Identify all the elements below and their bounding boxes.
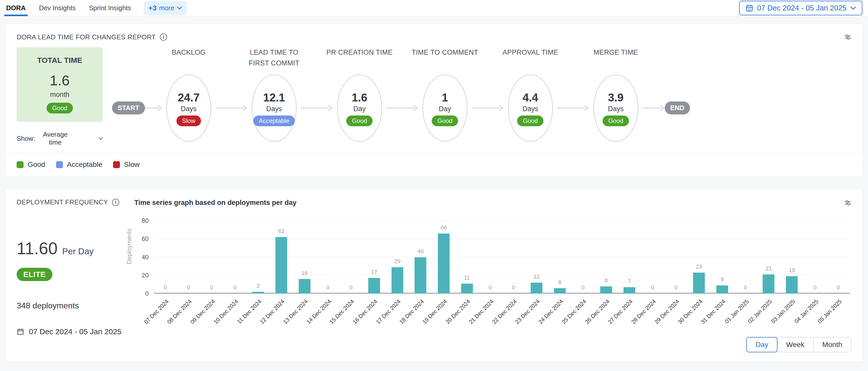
deployment-rate-value: 11.60 — [17, 239, 58, 258]
bar-slot: 4018 Dec 2024 — [409, 221, 432, 294]
flow-arrow-icon — [557, 104, 589, 112]
bar-value-label: 66 — [441, 224, 447, 231]
stage-unit: Day — [439, 105, 451, 113]
stage-label: LEAD TIME TO FIRST COMMIT — [240, 47, 308, 74]
stage-unit: Days — [523, 105, 538, 113]
stage-label: PR CREATION TIME — [326, 47, 393, 74]
bar-slot: 025 Dec 2024 — [571, 221, 595, 294]
deployment-bar — [252, 292, 264, 294]
show-mode-value: Average time — [40, 131, 70, 146]
deployment-card-title: DEPLOYMENT FREQUENCY — [17, 198, 134, 206]
bar-value-label: 8 — [604, 277, 608, 284]
total-time-panel: TOTAL TIME 1.6 month Good Show: Average … — [17, 47, 103, 146]
bar-slot: 029 Dec 2024 — [664, 221, 687, 294]
bar-value-label: 11 — [464, 274, 470, 281]
bar-slot: 2330 Dec 2024 — [687, 221, 711, 294]
bar-slots: 007 Dec 2024008 Dec 2024009 Dec 2024010 … — [154, 221, 850, 294]
bar-value-label: 62 — [278, 228, 284, 235]
stage-node: 4.4DaysGood — [508, 74, 553, 142]
stage-unit: Day — [353, 105, 366, 113]
bar-value-label: 21 — [766, 265, 772, 272]
date-range-label: 07 Dec 2024 - 05 Jan 2025 — [757, 4, 846, 12]
bar-slot: 826 Dec 2024 — [595, 221, 618, 294]
date-range-picker[interactable]: 07 Dec 2024 - 05 Jan 2025 — [739, 1, 862, 15]
bar-slot: 6212 Dec 2024 — [270, 221, 293, 294]
bar-value-label: 0 — [837, 284, 840, 291]
bar-value-label: 40 — [417, 248, 424, 255]
flow-arrow-icon — [472, 104, 503, 112]
lead-time-flow: STARTBACKLOG24.7DaysSlowLEAD TIME TO FIR… — [103, 47, 851, 146]
flow-arrow-icon — [301, 104, 333, 112]
bar-value-label: 0 — [489, 284, 492, 291]
bar-slot: 1120 Dec 2024 — [456, 221, 479, 294]
y-axis-tick: 20 — [142, 272, 149, 279]
bar-slot: 005 Jan 2025 — [827, 221, 850, 294]
stage-value: 3.9 — [608, 92, 623, 104]
deployment-bar — [716, 285, 728, 294]
more-tabs-button[interactable]: +3 more — [144, 1, 186, 15]
bar-value-label: 0 — [813, 284, 816, 291]
deployment-bar — [299, 279, 310, 294]
stage-label: BACKLOG — [155, 47, 222, 74]
granularity-week-button[interactable]: Week — [777, 337, 813, 352]
granularity-month-button[interactable]: Month — [813, 337, 851, 352]
deployment-bar — [392, 267, 403, 294]
legend-label: Slow — [124, 161, 140, 169]
deployment-bar — [623, 287, 635, 294]
bar-chart-plot: 020406080007 Dec 2024008 Dec 2024009 Dec… — [154, 221, 850, 294]
y-axis-tick: 60 — [142, 235, 149, 242]
bar-slot: 009 Dec 2024 — [200, 221, 223, 294]
dashboard-body: DORA LEAD TIME FOR CHANGES REPORT TOTAL … — [0, 16, 868, 368]
chart-settings-button[interactable] — [843, 198, 852, 207]
bar-value-label: 0 — [349, 284, 352, 291]
stage-label: TIME TO COMMENT — [411, 47, 479, 74]
granularity-day-button[interactable]: Day — [746, 337, 777, 352]
flow-stage: MERGE TIME3.9DaysGood — [589, 47, 643, 142]
y-axis-tick: 80 — [142, 217, 149, 224]
bar-slot: 022 Dec 2024 — [502, 221, 525, 294]
status-badge: Slow — [177, 115, 201, 126]
show-mode-dropdown[interactable]: Average time — [40, 131, 103, 146]
show-selector-row: Show: Average time — [17, 131, 103, 146]
bar-slot: 021 Dec 2024 — [478, 221, 502, 294]
stage-node: 12.1DaysAcceptable — [252, 74, 297, 142]
legend-label: Good — [28, 161, 45, 169]
tier-badge: ELITE — [17, 268, 53, 281]
info-icon[interactable] — [112, 199, 119, 206]
deployment-bar — [600, 286, 612, 294]
status-badge: Acceptable — [253, 115, 295, 126]
calendar-icon — [745, 4, 753, 12]
bar-slot: 211 Dec 2024 — [247, 221, 270, 294]
chart-settings-button[interactable] — [843, 32, 852, 42]
lead-time-card-title: DORA LEAD TIME FOR CHANGES REPORT — [17, 33, 167, 41]
dashboard-tabs: DORA Dev Insights Sprint Insights +3 mor… — [6, 0, 187, 16]
bar-slot: 1223 Dec 2024 — [525, 221, 548, 294]
stage-node: 24.7DaysSlow — [166, 74, 211, 142]
flow-stage: LEAD TIME TO FIRST COMMIT12.1DaysAccepta… — [247, 47, 301, 142]
flow-arrow-icon — [643, 104, 665, 112]
granularity-toggle: DayWeekMonth — [746, 337, 851, 352]
status-badge: Good — [46, 103, 73, 113]
tab-sprint-insights[interactable]: Sprint Insights — [89, 0, 132, 16]
info-icon[interactable] — [160, 33, 167, 41]
bar-value-label: 0 — [674, 284, 677, 291]
bar-slot: 014 Dec 2024 — [316, 221, 339, 294]
legend-swatch — [56, 161, 63, 168]
flow-stage: APPROVAL TIME4.4DaysGood — [503, 47, 557, 142]
bar-value-label: 0 — [744, 284, 747, 291]
bar-value-label: 9 — [721, 276, 724, 283]
stage-value: 4.4 — [523, 92, 538, 104]
tab-dora[interactable]: DORA — [6, 0, 26, 16]
flow-arrow-icon — [216, 104, 247, 112]
legend-item: Slow — [113, 161, 140, 169]
lead-time-title-text: DORA LEAD TIME FOR CHANGES REPORT — [17, 33, 156, 41]
tab-dev-insights[interactable]: Dev Insights — [39, 0, 76, 16]
deployment-stats-panel: 11.60 Per Day ELITE 348 deployments 07 — [17, 209, 124, 336]
bar-slot: 1903 Jan 2025 — [780, 221, 804, 294]
bar-slot: 2102 Jan 2025 — [757, 221, 780, 294]
bar-value-label: 0 — [187, 284, 190, 291]
bar-value-label: 19 — [789, 267, 795, 274]
total-time-title: TOTAL TIME — [37, 56, 82, 65]
top-tab-bar: DORA Dev Insights Sprint Insights +3 mor… — [0, 0, 868, 16]
bar-slot: 015 Dec 2024 — [339, 221, 363, 294]
